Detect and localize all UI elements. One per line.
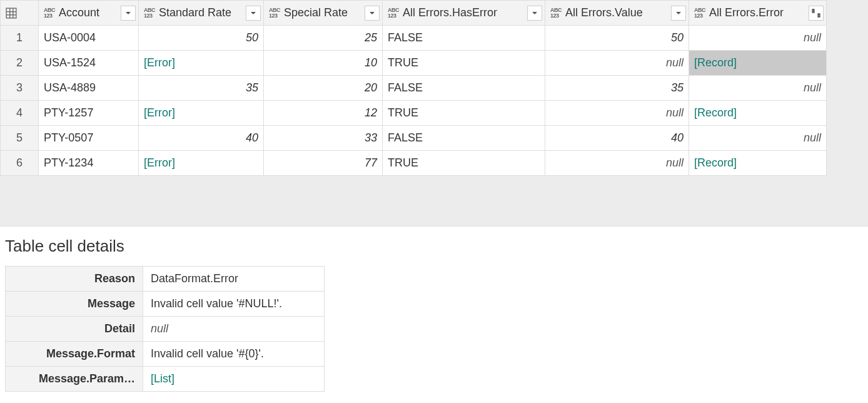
- datatype-any-icon[interactable]: ABC123: [388, 8, 399, 19]
- cell[interactable]: 33: [264, 126, 383, 151]
- cell[interactable]: 35: [139, 76, 264, 101]
- details-row: Message.FormatInvalid cell value '#{0}'.: [6, 342, 325, 367]
- datatype-any-icon[interactable]: ABC123: [44, 8, 55, 19]
- details-key: Message: [6, 292, 143, 317]
- cell[interactable]: 12: [264, 101, 383, 126]
- column-header[interactable]: ABC123Account: [39, 1, 139, 26]
- datatype-any-icon[interactable]: ABC123: [269, 8, 280, 19]
- query-grid-area: ABC123AccountABC123Standard RateABC123Sp…: [0, 0, 868, 227]
- cell[interactable]: 40: [139, 126, 264, 151]
- cell[interactable]: FALSE: [383, 126, 545, 151]
- cell[interactable]: 20: [264, 76, 383, 101]
- column-name: All Errors.Error: [709, 6, 784, 19]
- cell[interactable]: null: [545, 151, 689, 176]
- list-link[interactable]: [List]: [151, 372, 174, 385]
- table-row[interactable]: 1USA-00045025FALSE50null: [1, 26, 827, 51]
- cell-details-panel: Table cell details ReasonDataFormat.Erro…: [0, 227, 868, 403]
- details-value: null: [143, 317, 325, 342]
- column-header[interactable]: ABC123Standard Rate: [139, 1, 264, 26]
- details-row: Message.Param…[List]: [6, 367, 325, 392]
- cell[interactable]: null: [689, 26, 827, 51]
- details-key: Message.Format: [6, 342, 143, 367]
- column-header[interactable]: ABC123All Errors.Value: [545, 1, 689, 26]
- cell[interactable]: [Error]: [139, 101, 264, 126]
- cell-account[interactable]: PTY-1234: [39, 151, 139, 176]
- svg-rect-0: [6, 8, 16, 18]
- details-value: Invalid cell value '#{0}'.: [143, 342, 325, 367]
- record-link[interactable]: [Error]: [144, 56, 175, 69]
- column-name: All Errors.HasError: [403, 6, 497, 19]
- cell[interactable]: FALSE: [383, 76, 545, 101]
- column-header[interactable]: ABC123All Errors.Error: [689, 1, 827, 26]
- cell-account[interactable]: USA-0004: [39, 26, 139, 51]
- details-title: Table cell details: [5, 237, 863, 256]
- details-key: Reason: [6, 267, 143, 292]
- filter-dropdown-button[interactable]: [527, 6, 542, 21]
- row-number[interactable]: 5: [1, 126, 39, 151]
- cell[interactable]: 50: [545, 26, 689, 51]
- cell[interactable]: 10: [264, 51, 383, 76]
- record-link[interactable]: [Record]: [694, 56, 737, 69]
- row-number[interactable]: 4: [1, 101, 39, 126]
- record-link[interactable]: [Error]: [144, 156, 175, 169]
- column-header[interactable]: ABC123Special Rate: [264, 1, 383, 26]
- cell[interactable]: [Record]: [689, 51, 827, 76]
- details-value[interactable]: [List]: [143, 367, 325, 392]
- row-number[interactable]: 2: [1, 51, 39, 76]
- details-key: Detail: [6, 317, 143, 342]
- row-number[interactable]: 6: [1, 151, 39, 176]
- details-row: MessageInvalid cell value '#NULL!'.: [6, 292, 325, 317]
- cell[interactable]: TRUE: [383, 101, 545, 126]
- cell[interactable]: 77: [264, 151, 383, 176]
- table-row[interactable]: 3USA-48893520FALSE35null: [1, 76, 827, 101]
- cell[interactable]: FALSE: [383, 26, 545, 51]
- filter-dropdown-button[interactable]: [246, 6, 261, 21]
- cell[interactable]: 35: [545, 76, 689, 101]
- row-number[interactable]: 3: [1, 76, 39, 101]
- table-corner[interactable]: [1, 1, 39, 26]
- cell[interactable]: 50: [139, 26, 264, 51]
- column-name: Account: [59, 6, 99, 19]
- cell[interactable]: TRUE: [383, 51, 545, 76]
- details-value: DataFormat.Error: [143, 267, 325, 292]
- table-row[interactable]: 6PTY-1234[Error]77TRUEnull[Record]: [1, 151, 827, 176]
- cell[interactable]: 25: [264, 26, 383, 51]
- details-value: Invalid cell value '#NULL!'.: [143, 292, 325, 317]
- cell[interactable]: null: [689, 126, 827, 151]
- cell[interactable]: null: [545, 101, 689, 126]
- filter-dropdown-button[interactable]: [121, 6, 136, 21]
- cell-account[interactable]: PTY-0507: [39, 126, 139, 151]
- table-row[interactable]: 2USA-1524[Error]10TRUEnull[Record]: [1, 51, 827, 76]
- column-name: All Errors.Value: [565, 6, 643, 19]
- table-icon: [6, 8, 17, 19]
- cell[interactable]: null: [689, 76, 827, 101]
- record-link[interactable]: [Record]: [694, 156, 737, 169]
- cell[interactable]: [Record]: [689, 151, 827, 176]
- column-header[interactable]: ABC123All Errors.HasError: [383, 1, 545, 26]
- cell[interactable]: [Error]: [139, 51, 264, 76]
- cell[interactable]: [Error]: [139, 151, 264, 176]
- record-link[interactable]: [Record]: [694, 106, 737, 119]
- cell[interactable]: 40: [545, 126, 689, 151]
- row-number[interactable]: 1: [1, 26, 39, 51]
- cell[interactable]: TRUE: [383, 151, 545, 176]
- datatype-any-icon[interactable]: ABC123: [694, 8, 705, 19]
- cell-account[interactable]: PTY-1257: [39, 101, 139, 126]
- record-link[interactable]: [Error]: [144, 106, 175, 119]
- column-name: Special Rate: [284, 6, 348, 19]
- details-row: ReasonDataFormat.Error: [6, 267, 325, 292]
- details-key: Message.Param…: [6, 367, 143, 392]
- cell[interactable]: null: [545, 51, 689, 76]
- expand-column-button[interactable]: [809, 6, 824, 21]
- cell[interactable]: [Record]: [689, 101, 827, 126]
- filter-dropdown-button[interactable]: [671, 6, 686, 21]
- table-row[interactable]: 4PTY-1257[Error]12TRUEnull[Record]: [1, 101, 827, 126]
- details-row: Detailnull: [6, 317, 325, 342]
- datatype-any-icon[interactable]: ABC123: [550, 8, 562, 19]
- cell-account[interactable]: USA-4889: [39, 76, 139, 101]
- cell-account[interactable]: USA-1524: [39, 51, 139, 76]
- column-name: Standard Rate: [159, 6, 231, 19]
- datatype-any-icon[interactable]: ABC123: [144, 8, 155, 19]
- filter-dropdown-button[interactable]: [365, 6, 380, 21]
- table-row[interactable]: 5PTY-05074033FALSE40null: [1, 126, 827, 151]
